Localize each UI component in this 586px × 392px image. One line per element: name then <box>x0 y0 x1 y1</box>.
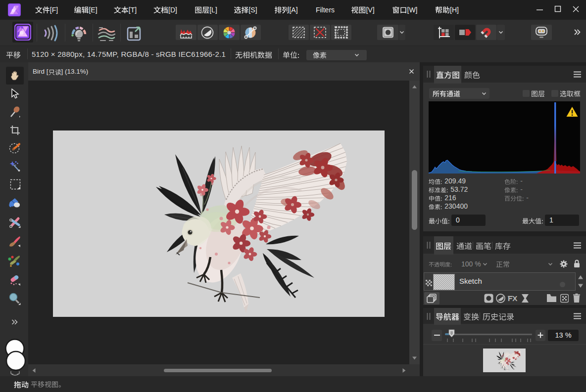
svg-text:FX: FX <box>508 294 517 303</box>
